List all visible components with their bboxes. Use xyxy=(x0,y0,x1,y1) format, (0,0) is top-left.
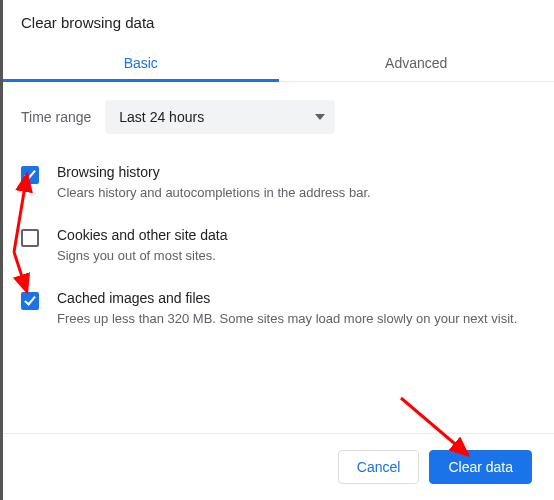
clear-data-button[interactable]: Clear data xyxy=(429,450,532,484)
option-text: Cached images and files Frees up less th… xyxy=(57,290,534,329)
option-desc: Frees up less than 320 MB. Some sites ma… xyxy=(57,310,534,329)
option-desc: Clears history and autocompletions in th… xyxy=(57,184,534,203)
option-text: Browsing history Clears history and auto… xyxy=(57,164,534,203)
tab-basic[interactable]: Basic xyxy=(3,45,279,81)
cancel-button[interactable]: Cancel xyxy=(338,450,420,484)
checkbox-browsing-history[interactable] xyxy=(21,166,39,184)
option-desc: Signs you out of most sites. xyxy=(57,247,534,266)
time-range-label: Time range xyxy=(21,109,91,125)
option-title: Cookies and other site data xyxy=(57,227,534,243)
checkbox-cookies[interactable] xyxy=(21,229,39,247)
time-range-select[interactable]: Last 24 hours xyxy=(105,100,335,134)
option-title: Browsing history xyxy=(57,164,534,180)
chevron-down-icon xyxy=(315,114,325,120)
dialog-footer: Cancel Clear data xyxy=(3,433,554,500)
dialog-title: Clear browsing data xyxy=(3,0,554,45)
time-range-value: Last 24 hours xyxy=(119,109,204,125)
tabs: Basic Advanced xyxy=(3,45,554,82)
option-cache: Cached images and files Frees up less th… xyxy=(21,278,534,341)
option-cookies: Cookies and other site data Signs you ou… xyxy=(21,215,534,278)
option-title: Cached images and files xyxy=(57,290,534,306)
clear-browsing-data-dialog: Clear browsing data Basic Advanced Time … xyxy=(0,0,554,500)
time-range-row: Time range Last 24 hours xyxy=(3,82,554,152)
option-text: Cookies and other site data Signs you ou… xyxy=(57,227,534,266)
checkbox-cache[interactable] xyxy=(21,292,39,310)
options-list: Browsing history Clears history and auto… xyxy=(3,152,554,341)
option-browsing-history: Browsing history Clears history and auto… xyxy=(21,152,534,215)
tab-advanced[interactable]: Advanced xyxy=(279,45,555,81)
